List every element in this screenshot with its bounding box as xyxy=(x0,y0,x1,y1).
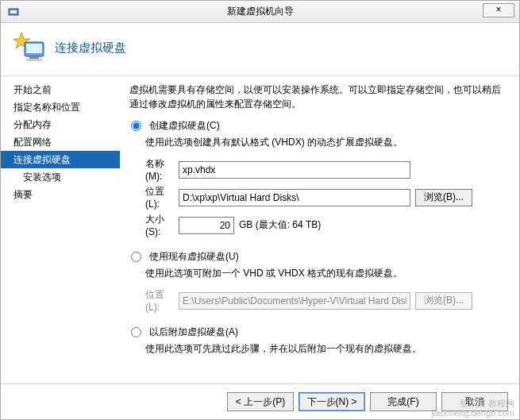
row-name: 名称(M): xyxy=(129,157,505,182)
name-label: 名称(M): xyxy=(129,157,174,182)
sidebar-item-network[interactable]: 配置网络 xyxy=(1,133,120,151)
size-input[interactable] xyxy=(179,217,234,234)
option-later-label: 以后附加虚拟硬盘(A) xyxy=(149,326,238,337)
cancel-button[interactable]: 取消 xyxy=(441,392,508,411)
window-title: 新建虚拟机向导 xyxy=(1,5,519,18)
size-suffix: GB (最大值: 64 TB) xyxy=(239,218,321,232)
radio-later-vhd[interactable] xyxy=(131,327,141,337)
row-size: 大小(S): GB (最大值: 64 TB) xyxy=(129,213,505,237)
sidebar-item-label: 指定名称和位置 xyxy=(13,102,80,113)
finish-button[interactable]: 完成(F) xyxy=(370,392,437,411)
sidebar-item-before-begin[interactable]: 开始之前 xyxy=(1,81,120,98)
radio-existing-vhd[interactable] xyxy=(131,252,141,262)
option-later-vhd[interactable]: 以后附加虚拟硬盘(A) xyxy=(129,326,505,339)
sidebar-item-connect-vhd[interactable]: 连接虚拟硬盘 xyxy=(1,151,120,168)
svg-rect-5 xyxy=(29,56,39,59)
existing-location-label: 位置(L): xyxy=(129,288,174,313)
wizard-body: 开始之前 指定名称和位置 分配内存 配置网络 连接虚拟硬盘 安装选项 摘要 虚拟… xyxy=(1,76,519,383)
option-create-vhd[interactable]: 创建虚拟硬盘(C) xyxy=(129,119,505,133)
location-input[interactable] xyxy=(179,189,410,206)
sidebar-item-label: 连接虚拟硬盘 xyxy=(13,154,71,165)
browse-button[interactable]: 浏览(B)... xyxy=(415,189,472,206)
sidebar-item-label: 安装选项 xyxy=(23,171,61,183)
svg-rect-4 xyxy=(26,44,42,53)
option-existing-label: 使用现有虚拟硬盘(U) xyxy=(149,251,239,262)
option-later-hint: 使用此选项可先跳过此步骤，并在以后附加一个现有的虚拟硬盘。 xyxy=(145,342,505,356)
sidebar-item-label: 配置网络 xyxy=(13,137,52,148)
sidebar-item-label: 摘要 xyxy=(13,189,33,200)
sidebar-item-install-options[interactable]: 安装选项 xyxy=(1,168,120,186)
size-label: 大小(S): xyxy=(129,213,174,237)
content-pane: 虚拟机需要具有存储空间，以便可以安装操作系统。可以立即指定存储空间，也可以稍后通… xyxy=(120,76,519,383)
page-header: 连接虚拟硬盘 xyxy=(1,23,519,76)
name-input[interactable] xyxy=(179,161,410,179)
sidebar-item-memory[interactable]: 分配内存 xyxy=(1,116,120,133)
sidebar: 开始之前 指定名称和位置 分配内存 配置网络 连接虚拟硬盘 安装选项 摘要 xyxy=(1,76,120,383)
row-location: 位置(L): 浏览(B)... xyxy=(129,185,505,210)
footer: < 上一步(P) 下一步(N) > 完成(F) 取消 xyxy=(1,383,519,419)
sidebar-item-label: 分配内存 xyxy=(13,119,52,130)
wizard-window: 新建虚拟机向导 × 连接虚拟硬盘 开始之前 指定名称和位置 分配内存 配置网络 … xyxy=(0,0,520,420)
titlebar: 新建虚拟机向导 × xyxy=(1,1,519,23)
sidebar-item-label: 开始之前 xyxy=(13,84,52,95)
option-create-label: 创建虚拟硬盘(C) xyxy=(149,120,220,131)
row-existing-location: 位置(L): 浏览(B)... xyxy=(129,288,505,313)
option-existing-hint: 使用此选项可附加一个 VHD 或 VHDX 格式的现有虚拟硬盘。 xyxy=(145,267,505,280)
location-label: 位置(L): xyxy=(129,185,174,210)
option-create-hint: 使用此选项创建具有默认格式 (VHDX) 的动态扩展虚拟硬盘。 xyxy=(145,136,505,149)
svg-rect-6 xyxy=(26,59,42,61)
page-title: 连接虚拟硬盘 xyxy=(55,40,126,56)
existing-browse-button: 浏览(B)... xyxy=(415,292,472,310)
close-button[interactable]: × xyxy=(483,3,514,17)
description-text: 虚拟机需要具有存储空间，以便可以安装操作系统。可以立即指定存储空间，也可以稍后通… xyxy=(129,83,505,111)
wizard-icon xyxy=(13,31,47,64)
next-button[interactable]: 下一步(N) > xyxy=(299,392,365,411)
option-existing-vhd[interactable]: 使用现有虚拟硬盘(U) xyxy=(129,250,505,264)
radio-create-vhd[interactable] xyxy=(131,121,141,131)
existing-location-input xyxy=(179,292,410,310)
sidebar-item-name-location[interactable]: 指定名称和位置 xyxy=(1,98,120,116)
sidebar-item-summary[interactable]: 摘要 xyxy=(1,186,120,203)
back-button[interactable]: < 上一步(P) xyxy=(227,392,294,411)
